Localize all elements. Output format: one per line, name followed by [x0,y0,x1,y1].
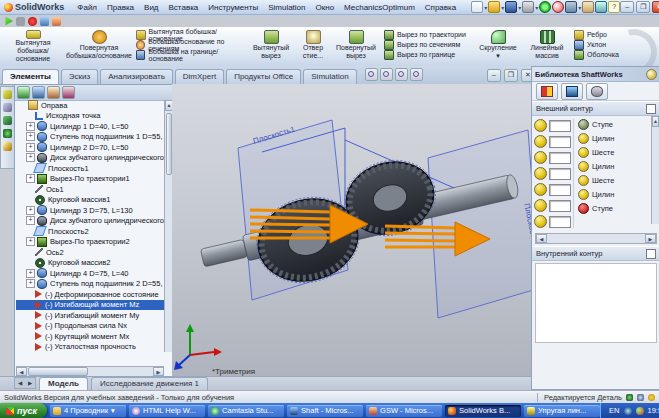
expand-icon[interactable]: + [26,269,35,278]
list-item[interactable]: Цилин [578,189,658,200]
tree-item-circular-pattern1[interactable]: Круговой массив1 [16,195,164,206]
tab-features[interactable]: Элементы [2,69,59,84]
construction-plane-2[interactable] [428,130,531,318]
dropdown-icon[interactable]: ▾ [535,4,538,11]
feature-tool-icon[interactable] [3,142,12,151]
taskbar-button-shaft-doc[interactable]: Shaft - Micros... [287,405,363,417]
start-button[interactable]: пуск [0,403,47,418]
expand-icon[interactable]: + [26,153,35,162]
list-item[interactable]: Шесте [578,147,658,158]
tree-item-cylinder3[interactable]: +Цилиндр 3 D=75, L=130 [16,205,164,216]
library-build-button[interactable] [536,83,558,100]
list-item[interactable]: Шесте [578,175,658,186]
list-item[interactable]: Цилин [578,133,658,144]
stop-icon[interactable] [16,17,25,26]
tree-horizontal-scrollbar[interactable]: ◀ ▶ [16,366,164,376]
menu-insert[interactable]: Вставка [164,2,204,13]
section-view-icon[interactable] [410,68,423,81]
tray-icon[interactable] [624,407,632,415]
list-item[interactable]: Ступе [578,203,658,214]
tree-item-circular-pattern2[interactable]: Круговой массив2 [16,258,164,269]
capture-icon[interactable] [40,17,49,26]
tree-item-origin[interactable]: Исходная точка [16,111,164,122]
hole-wizard-button[interactable]: Отвер стие... [296,29,330,63]
scroll-right-icon[interactable]: ▶ [645,234,656,243]
segment-row[interactable] [534,215,571,228]
swept-cut-button[interactable]: Вырез по траектории [384,30,472,39]
segment-value-box[interactable] [549,152,571,164]
menu-window[interactable]: Окно [311,2,340,13]
inner-contour-header[interactable]: Внутренний контур [532,246,659,261]
taskbar-button-gsw-doc[interactable]: GSW - Micros... [366,405,442,417]
menu-file[interactable]: Файл [72,2,102,13]
taskbar-button-htmlhelp[interactable]: HTML Help W... [129,405,205,417]
featuremanager-tab-icon[interactable] [17,86,30,99]
sketch-tool-icon[interactable] [3,90,12,99]
tree-item-bearing-step1[interactable]: +Ступень под подшипник 1 D=55, L [16,132,164,143]
expand-icon[interactable]: + [26,206,35,215]
boundary-cut-button[interactable]: Вырез по границе [384,50,472,59]
scroll-right-icon[interactable]: ▶ [153,367,164,376]
configurationmanager-tab-icon[interactable] [47,86,60,99]
pin-icon[interactable] [646,69,657,80]
segment-value-box[interactable] [549,120,571,132]
axis-tool-icon[interactable] [3,116,12,125]
boundary-boss-button[interactable]: Бобышка на границе/основание [136,50,246,59]
expand-icon[interactable]: + [26,132,35,141]
play-icon[interactable] [4,17,13,26]
tree-item-plane1[interactable]: Плоскость1 [16,163,164,174]
taskbar-button-uprugaya[interactable]: Упругая лин... [524,405,600,417]
tree-item-bearing-step2[interactable]: +Ступень под подшипник 2 D=55, L [16,279,164,290]
language-indicator[interactable]: EN [609,406,619,415]
doc-minimize-button[interactable]: – [487,69,501,82]
extruded-cut-button[interactable]: Вытянутый вырез [248,29,294,63]
outer-contour-checkbox[interactable] [646,104,656,114]
extruded-boss-button[interactable]: Вытянутая бобышка/основание [2,29,64,63]
tree-item-sweep-cut1[interactable]: +Вырез-По траектории1 [16,174,164,185]
segment-icon[interactable] [534,183,547,196]
tab-dimxpert[interactable]: DimXpert [175,69,224,84]
lofted-cut-button[interactable]: Вырез по сечениям [384,40,472,49]
tab-evaluate[interactable]: Анализировать [100,69,173,84]
scroll-left-icon[interactable]: ◀ [15,380,25,386]
menu-view[interactable]: Вид [139,2,163,13]
clock[interactable]: 19:53 [648,406,659,415]
rebuild-icon[interactable] [539,1,551,13]
taskbar-button-camtasia[interactable]: Camtasia Stu... [208,405,284,417]
tree-item-sweep-cut2[interactable]: +Вырез-По траектории2 [16,237,164,248]
menu-mechanicsoptimum[interactable]: MechanicsOptimum [339,2,420,13]
view-settings-icon[interactable] [395,68,408,81]
segment-icon[interactable] [534,119,547,132]
segment-row[interactable] [534,167,571,180]
dropdown-icon[interactable]: ▾ [518,4,521,11]
taskbar-button-solidworks[interactable]: SolidWorks В... [445,405,521,417]
tree-item-axis1[interactable]: Ось1 [16,184,164,195]
library-vertical-scrollbar[interactable]: ▲ [651,116,659,224]
scroll-left-icon[interactable]: ◀ [536,234,547,243]
expand-icon[interactable]: + [26,122,35,131]
new-document-icon[interactable] [471,1,483,13]
segment-row[interactable] [534,151,571,164]
revolved-cut-button[interactable]: Повернутый вырез [332,29,380,63]
list-item[interactable]: Цилин [578,161,658,172]
tab-motion-study[interactable]: Исследование движения 1 [91,377,208,390]
scrollbar-thumb[interactable] [28,367,88,376]
tree-item-part[interactable]: Оправа [16,100,164,111]
tab-office-products[interactable]: Продукты Office [226,69,301,84]
zoom-area-icon[interactable] [380,68,393,81]
segment-value-box[interactable] [549,136,571,148]
point-tool-icon[interactable] [3,129,12,138]
inner-contour-checkbox[interactable] [646,249,656,259]
print-icon[interactable] [522,1,534,13]
tree-item-bending-moment-mz[interactable]: (-) Изгибающий момент Mz [16,300,164,311]
segment-value-box[interactable] [549,184,571,196]
zoom-fit-icon[interactable] [365,68,378,81]
view-orientation-icon[interactable] [595,1,607,13]
segment-value-box[interactable] [549,168,571,180]
tab-sketch[interactable]: Эскиз [61,69,98,84]
segment-row[interactable] [534,199,571,212]
tab-simulation[interactable]: Simulation [303,69,356,84]
expand-icon[interactable]: + [26,143,35,152]
minimize-button[interactable]: – [620,1,634,13]
scroll-up-icon[interactable]: ▲ [652,116,659,127]
